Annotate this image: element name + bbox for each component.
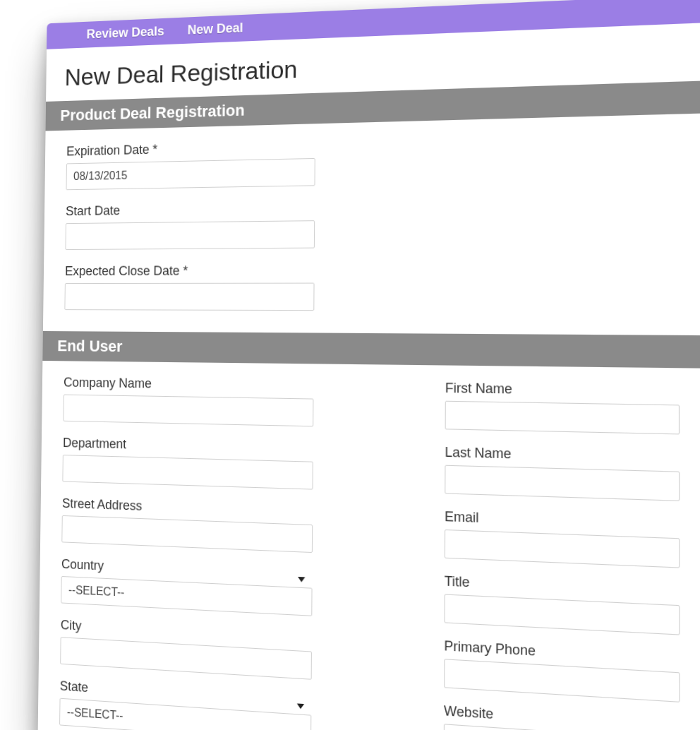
last-name-input[interactable] [445,465,680,501]
first-name-input[interactable] [445,401,680,435]
country-select[interactable]: --SELECT-- [61,576,312,616]
country-select-value: --SELECT-- [68,584,125,599]
enduser-right-column: First Name Last Name Email Title Primary… [444,381,700,730]
expected-close-date-label: Expected Close Date * [65,261,700,279]
start-date-label: Start Date [66,193,700,220]
expiration-date-label: Expiration Date * [66,126,700,159]
department-input[interactable] [62,455,313,489]
title-input[interactable] [444,594,680,635]
expected-close-date-input[interactable] [64,283,314,311]
nav-review-deals[interactable]: Review Deals [86,24,164,42]
nav-new-deal[interactable]: New Deal [188,20,243,38]
company-name-label: Company Name [64,375,400,395]
start-date-input[interactable] [65,220,315,250]
email-input[interactable] [445,529,680,568]
expiration-date-input[interactable] [66,158,315,190]
chevron-down-icon [297,703,304,709]
section-body-enduser: Company Name Department Street Address C… [37,361,700,730]
first-name-label: First Name [445,381,700,402]
street-address-input[interactable] [61,515,313,553]
enduser-left-column: Company Name Department Street Address C… [59,375,400,730]
section-body-product: Expiration Date * Start Date Expected Cl… [43,109,700,337]
company-name-input[interactable] [63,395,313,427]
state-select-value: --SELECT-- [67,706,123,723]
app-panel: Review Deals New Deal New Deal Registrat… [37,0,700,730]
chevron-down-icon [298,577,305,582]
